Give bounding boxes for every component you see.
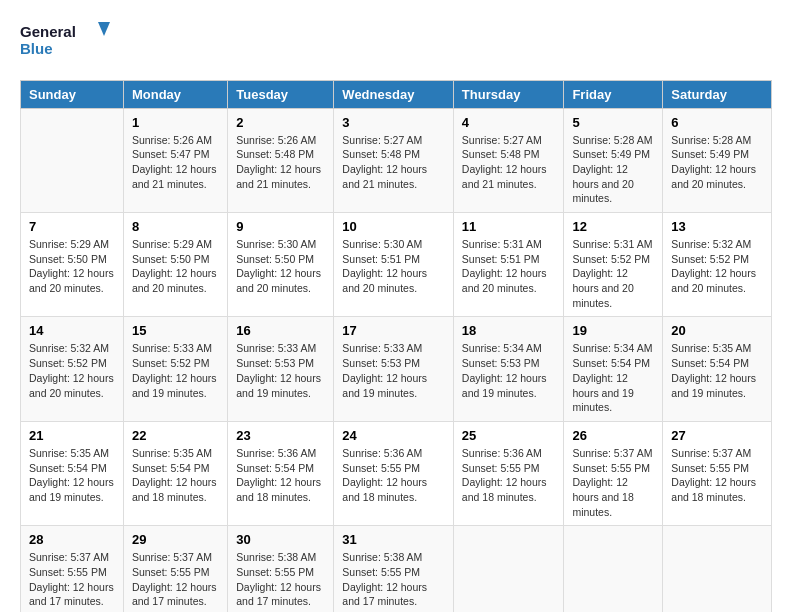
logo-text: General Blue [20,20,110,64]
day-cell: 18Sunrise: 5:34 AMSunset: 5:53 PMDayligh… [453,317,564,421]
day-info: Sunrise: 5:33 AMSunset: 5:52 PMDaylight:… [132,341,219,400]
day-cell [663,526,772,612]
day-cell: 25Sunrise: 5:36 AMSunset: 5:55 PMDayligh… [453,421,564,525]
week-row-5: 28Sunrise: 5:37 AMSunset: 5:55 PMDayligh… [21,526,772,612]
day-info: Sunrise: 5:36 AMSunset: 5:54 PMDaylight:… [236,446,325,505]
day-cell: 9Sunrise: 5:30 AMSunset: 5:50 PMDaylight… [228,213,334,317]
day-cell: 6Sunrise: 5:28 AMSunset: 5:49 PMDaylight… [663,108,772,212]
day-cell: 16Sunrise: 5:33 AMSunset: 5:53 PMDayligh… [228,317,334,421]
day-number: 8 [132,219,219,234]
day-cell: 31Sunrise: 5:38 AMSunset: 5:55 PMDayligh… [334,526,454,612]
day-number: 15 [132,323,219,338]
day-info: Sunrise: 5:31 AMSunset: 5:51 PMDaylight:… [462,237,556,296]
week-row-2: 7Sunrise: 5:29 AMSunset: 5:50 PMDaylight… [21,213,772,317]
day-cell: 19Sunrise: 5:34 AMSunset: 5:54 PMDayligh… [564,317,663,421]
day-number: 14 [29,323,115,338]
day-info: Sunrise: 5:31 AMSunset: 5:52 PMDaylight:… [572,237,654,310]
day-cell: 28Sunrise: 5:37 AMSunset: 5:55 PMDayligh… [21,526,124,612]
day-number: 11 [462,219,556,234]
day-info: Sunrise: 5:34 AMSunset: 5:53 PMDaylight:… [462,341,556,400]
day-cell: 3Sunrise: 5:27 AMSunset: 5:48 PMDaylight… [334,108,454,212]
day-info: Sunrise: 5:37 AMSunset: 5:55 PMDaylight:… [671,446,763,505]
week-row-3: 14Sunrise: 5:32 AMSunset: 5:52 PMDayligh… [21,317,772,421]
day-info: Sunrise: 5:33 AMSunset: 5:53 PMDaylight:… [342,341,445,400]
day-info: Sunrise: 5:26 AMSunset: 5:47 PMDaylight:… [132,133,219,192]
day-number: 13 [671,219,763,234]
day-number: 25 [462,428,556,443]
day-number: 9 [236,219,325,234]
day-info: Sunrise: 5:35 AMSunset: 5:54 PMDaylight:… [29,446,115,505]
day-cell: 20Sunrise: 5:35 AMSunset: 5:54 PMDayligh… [663,317,772,421]
day-number: 4 [462,115,556,130]
day-number: 17 [342,323,445,338]
day-cell: 1Sunrise: 5:26 AMSunset: 5:47 PMDaylight… [123,108,227,212]
day-cell: 5Sunrise: 5:28 AMSunset: 5:49 PMDaylight… [564,108,663,212]
day-cell: 12Sunrise: 5:31 AMSunset: 5:52 PMDayligh… [564,213,663,317]
day-number: 22 [132,428,219,443]
day-info: Sunrise: 5:30 AMSunset: 5:51 PMDaylight:… [342,237,445,296]
day-number: 23 [236,428,325,443]
day-info: Sunrise: 5:37 AMSunset: 5:55 PMDaylight:… [132,550,219,609]
svg-text:General: General [20,23,76,40]
day-info: Sunrise: 5:38 AMSunset: 5:55 PMDaylight:… [236,550,325,609]
day-number: 19 [572,323,654,338]
day-number: 10 [342,219,445,234]
day-number: 27 [671,428,763,443]
day-cell: 22Sunrise: 5:35 AMSunset: 5:54 PMDayligh… [123,421,227,525]
header-monday: Monday [123,80,227,108]
day-number: 31 [342,532,445,547]
header-friday: Friday [564,80,663,108]
day-number: 26 [572,428,654,443]
day-cell: 27Sunrise: 5:37 AMSunset: 5:55 PMDayligh… [663,421,772,525]
day-info: Sunrise: 5:32 AMSunset: 5:52 PMDaylight:… [29,341,115,400]
day-number: 12 [572,219,654,234]
day-cell: 30Sunrise: 5:38 AMSunset: 5:55 PMDayligh… [228,526,334,612]
day-number: 20 [671,323,763,338]
header-tuesday: Tuesday [228,80,334,108]
day-info: Sunrise: 5:29 AMSunset: 5:50 PMDaylight:… [29,237,115,296]
header-thursday: Thursday [453,80,564,108]
day-number: 3 [342,115,445,130]
day-number: 18 [462,323,556,338]
day-info: Sunrise: 5:37 AMSunset: 5:55 PMDaylight:… [572,446,654,519]
header-sunday: Sunday [21,80,124,108]
day-info: Sunrise: 5:30 AMSunset: 5:50 PMDaylight:… [236,237,325,296]
day-cell: 7Sunrise: 5:29 AMSunset: 5:50 PMDaylight… [21,213,124,317]
day-cell: 14Sunrise: 5:32 AMSunset: 5:52 PMDayligh… [21,317,124,421]
day-cell: 8Sunrise: 5:29 AMSunset: 5:50 PMDaylight… [123,213,227,317]
day-cell: 2Sunrise: 5:26 AMSunset: 5:48 PMDaylight… [228,108,334,212]
day-info: Sunrise: 5:33 AMSunset: 5:53 PMDaylight:… [236,341,325,400]
day-cell: 26Sunrise: 5:37 AMSunset: 5:55 PMDayligh… [564,421,663,525]
day-number: 16 [236,323,325,338]
day-info: Sunrise: 5:37 AMSunset: 5:55 PMDaylight:… [29,550,115,609]
day-info: Sunrise: 5:26 AMSunset: 5:48 PMDaylight:… [236,133,325,192]
svg-text:Blue: Blue [20,40,53,57]
week-row-1: 1Sunrise: 5:26 AMSunset: 5:47 PMDaylight… [21,108,772,212]
day-cell [564,526,663,612]
day-info: Sunrise: 5:27 AMSunset: 5:48 PMDaylight:… [342,133,445,192]
day-number: 5 [572,115,654,130]
day-number: 28 [29,532,115,547]
day-info: Sunrise: 5:28 AMSunset: 5:49 PMDaylight:… [671,133,763,192]
day-info: Sunrise: 5:35 AMSunset: 5:54 PMDaylight:… [671,341,763,400]
day-number: 1 [132,115,219,130]
day-number: 29 [132,532,219,547]
header-saturday: Saturday [663,80,772,108]
day-info: Sunrise: 5:32 AMSunset: 5:52 PMDaylight:… [671,237,763,296]
day-info: Sunrise: 5:27 AMSunset: 5:48 PMDaylight:… [462,133,556,192]
day-number: 24 [342,428,445,443]
calendar-header-row: SundayMondayTuesdayWednesdayThursdayFrid… [21,80,772,108]
day-info: Sunrise: 5:34 AMSunset: 5:54 PMDaylight:… [572,341,654,414]
day-cell: 17Sunrise: 5:33 AMSunset: 5:53 PMDayligh… [334,317,454,421]
logo: General Blue [20,20,110,64]
logo-svg: General Blue [20,20,110,60]
day-info: Sunrise: 5:29 AMSunset: 5:50 PMDaylight:… [132,237,219,296]
day-cell: 29Sunrise: 5:37 AMSunset: 5:55 PMDayligh… [123,526,227,612]
day-cell [453,526,564,612]
page-header: General Blue [20,20,772,64]
day-cell: 10Sunrise: 5:30 AMSunset: 5:51 PMDayligh… [334,213,454,317]
day-number: 7 [29,219,115,234]
day-cell: 13Sunrise: 5:32 AMSunset: 5:52 PMDayligh… [663,213,772,317]
day-number: 2 [236,115,325,130]
day-info: Sunrise: 5:28 AMSunset: 5:49 PMDaylight:… [572,133,654,206]
